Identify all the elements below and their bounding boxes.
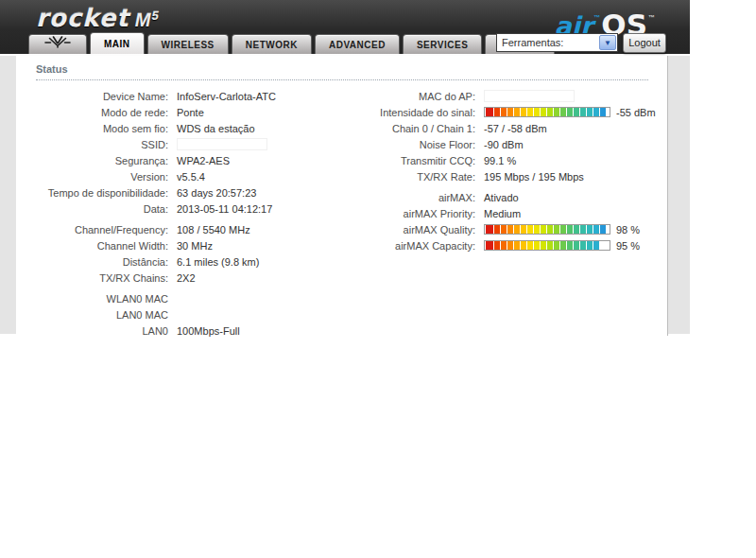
logout-button[interactable]: Logout — [623, 33, 666, 53]
status-row: Modo sem fio:WDS da estação — [36, 120, 276, 136]
status-row: Device Name:InfoServ-Carlota-ATC — [36, 88, 276, 104]
tab-ubiquiti-logo[interactable] — [28, 34, 87, 54]
rocket-m5-logo: rocketM5 — [36, 4, 160, 32]
field-label: airMAX Quality: — [334, 224, 475, 235]
field-value: WPA2-AES — [177, 155, 230, 166]
status-row: airMAX Capacity:95 % — [334, 237, 656, 253]
field-label: Channel/Frequency: — [36, 224, 168, 235]
field-label: Device Name: — [36, 91, 168, 102]
field-label: TX/RX Chains: — [36, 272, 168, 284]
bar-segment — [547, 241, 553, 250]
status-row: airMAX Quality:98 % — [334, 221, 656, 237]
bar-segment — [501, 241, 507, 250]
field-label: LAN0 — [36, 325, 168, 337]
field-label: MAC do AP: — [334, 91, 475, 102]
status-row: Intensidade do sinal:-55 dBm — [334, 104, 656, 120]
status-row: airMAX:Ativado — [334, 189, 656, 205]
tab-bar: MAINWIRELESSNETWORKADVANCEDSERVICESSYSTE… — [28, 32, 555, 54]
bar-segment — [580, 241, 586, 250]
field-label: Intensidade do sinal: — [334, 107, 475, 118]
bar-segment — [507, 225, 513, 234]
bar-value-text: 98 % — [616, 224, 640, 235]
page-title: Status — [36, 63, 648, 80]
field-label: TX/RX Rate: — [334, 171, 475, 183]
bar-segment — [593, 108, 599, 116]
field-value: -90 dBm — [484, 139, 524, 150]
field-value: v5.5.4 — [177, 171, 205, 183]
status-row: airMAX Priority:Medium — [334, 205, 656, 221]
bar-segment — [547, 225, 553, 234]
status-row: Modo de rede:Ponte — [36, 104, 276, 120]
bar-segment — [574, 241, 579, 250]
field-label: Distância: — [36, 256, 168, 268]
bar-segment — [486, 108, 493, 116]
status-row: Distância:6.1 miles (9.8 km) — [36, 253, 276, 270]
field-value: 195 Mbps / 195 Mbps — [484, 171, 584, 183]
bar-segment — [534, 241, 540, 250]
bar-segment — [567, 108, 573, 116]
bar-segment — [600, 108, 606, 116]
redacted-value-box — [177, 138, 267, 150]
field-label: Channel Width: — [36, 240, 168, 252]
content-area: Status Device Name:InfoServ-Carlota-ATCM… — [0, 54, 690, 334]
bar-segment — [494, 108, 500, 116]
bar-segment — [494, 241, 500, 250]
bar-segment — [521, 241, 526, 250]
model-number: 5 — [151, 9, 159, 23]
bar-segment — [501, 225, 507, 234]
field-value: 2X2 — [177, 272, 196, 284]
signal-bar — [484, 240, 610, 251]
tab-main[interactable]: MAIN — [90, 32, 145, 54]
tab-wireless[interactable]: WIRELESS — [147, 34, 229, 54]
status-row: Tempo de disponibilidade:63 days 20:57:2… — [36, 184, 276, 201]
field-value: InfoServ-Carlota-ATC — [177, 91, 276, 102]
airos-app: rocketM5 air™OS™ MAIN — [0, 0, 690, 334]
bar-segment — [541, 108, 546, 116]
field-label: Noise Floor: — [334, 139, 475, 150]
bar-segment — [527, 241, 533, 250]
bar-segment — [554, 225, 559, 234]
bar-segment — [560, 108, 566, 116]
status-row: WLAN0 MAC — [36, 290, 276, 306]
bar-segment — [507, 108, 513, 116]
tab-advanced[interactable]: ADVANCED — [315, 34, 400, 54]
status-row: SSID: — [36, 136, 276, 152]
bar-segment — [514, 241, 520, 250]
bar-segment — [514, 225, 520, 234]
bar-segment — [541, 241, 546, 250]
status-panel: Status Device Name:InfoServ-Carlota-ATCM… — [16, 56, 668, 336]
status-row: Chain 0 / Chain 1:-57 / -58 dBm — [334, 120, 656, 136]
field-label: Version: — [36, 171, 168, 183]
bar-segment — [521, 225, 526, 234]
status-row: LAN0100Mbps-Full — [36, 323, 276, 339]
tab-services[interactable]: SERVICES — [403, 34, 482, 54]
field-label: Segurança: — [36, 155, 168, 166]
bar-segment — [560, 225, 566, 234]
field-value: Medium — [484, 208, 521, 219]
signal-bar — [484, 107, 610, 117]
bar-segment — [527, 108, 533, 116]
field-value: Ativado — [484, 192, 519, 203]
status-row: Version:v5.5.4 — [36, 168, 276, 184]
bar-value-text: 95 % — [616, 240, 640, 252]
bar-value-text: -55 dBm — [616, 107, 656, 118]
redacted-value-box — [484, 90, 575, 102]
tools-dropdown[interactable]: Ferramentas: ▼ — [496, 33, 618, 52]
bar-segment — [587, 225, 593, 234]
field-label: airMAX Capacity: — [334, 240, 475, 252]
bar-segment — [567, 225, 573, 234]
bar-segment — [494, 225, 500, 234]
status-row: TX/RX Chains:2X2 — [36, 270, 276, 286]
status-row: LAN0 MAC — [36, 306, 276, 323]
tab-network[interactable]: NETWORK — [232, 34, 312, 54]
status-row: Channel Width:30 MHz — [36, 237, 276, 253]
bar-segment — [600, 225, 606, 234]
field-label: Transmitir CCQ: — [334, 155, 475, 166]
status-row: Noise Floor:-90 dBm — [334, 136, 656, 152]
bar-segment — [501, 108, 507, 116]
bar-segment — [541, 225, 546, 234]
bar-segment — [534, 225, 540, 234]
bar-segment — [514, 108, 520, 116]
field-label: Chain 0 / Chain 1: — [334, 123, 475, 134]
bar-segment — [527, 225, 533, 234]
